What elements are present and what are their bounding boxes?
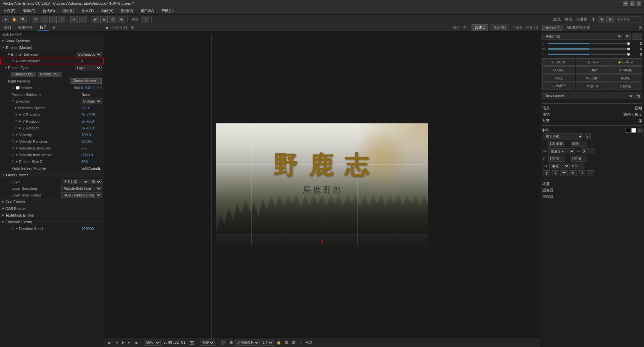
toolbar-small[interactable]: 小屏幕 <box>575 17 589 22</box>
z-rot-collapse[interactable]: ▶ <box>19 126 21 129</box>
dir-spread-collapse[interactable]: ▶ <box>15 106 17 109</box>
toolbar-camera2[interactable]: ⬛ <box>49 16 57 23</box>
faux-italic-btn[interactable]: T <box>552 170 559 176</box>
tracker-label[interactable]: 跟踪器 <box>542 194 642 199</box>
show-systems-header[interactable]: ▶ Show Systems <box>0 38 104 44</box>
menu-layer[interactable]: 图层(L) <box>61 8 75 14</box>
emitter-type-collapse[interactable]: ▶ <box>5 66 7 69</box>
vel-motion-value[interactable]: [1]20.0 <box>82 153 102 157</box>
effects-label[interactable]: 效果和预设 <box>624 112 642 117</box>
y-rot-collapse[interactable]: ▶ <box>19 120 21 123</box>
toolbar-align1[interactable]: ⇉ <box>142 16 149 23</box>
toolbar-zoom[interactable]: 🔍 <box>19 16 27 23</box>
view-lock[interactable]: 🔒 <box>275 340 282 345</box>
search-help-input[interactable] <box>615 16 642 22</box>
motion-slider-1[interactable] <box>548 43 630 44</box>
view-count-select[interactable]: 1个 <box>261 340 274 346</box>
font-size-input[interactable] <box>548 141 565 147</box>
text-mask-emitter-header[interactable]: ▶ Text/Mask Emitter <box>0 212 104 219</box>
vel-rand-stopwatch[interactable]: ⏱ <box>11 140 14 143</box>
excite-button[interactable]: ✦ EXCITE <box>542 58 575 66</box>
motion2-tab[interactable]: Motion 2 <box>542 25 562 31</box>
vel-motion-stopwatch[interactable]: ⏱ <box>11 153 14 157</box>
vel-random-value[interactable]: 20.0% <box>82 139 102 143</box>
slider2-thumb[interactable] <box>627 48 630 50</box>
tab-project[interactable]: 项目 <box>2 24 13 31</box>
all-caps-btn[interactable]: TT <box>560 170 568 176</box>
comp-tab-1[interactable]: 合成 1 <box>472 24 488 31</box>
velocity-collapse[interactable]: ▶ <box>16 133 18 136</box>
particles-modifier-value[interactable]: lightAounds <box>82 166 102 170</box>
menu-animate[interactable]: 动画(A) <box>100 8 115 14</box>
vel-dist-collapse[interactable]: ▶ <box>16 147 18 150</box>
paragraph-label[interactable]: 段落 <box>542 181 642 186</box>
direction-select[interactable]: Uniform <box>81 99 102 104</box>
quality-select[interactable]: 完整 <box>201 340 215 346</box>
preview-play-first[interactable]: ⏮ <box>107 340 113 345</box>
vel-motion-collapse[interactable]: ▶ <box>16 153 18 156</box>
zoom-select[interactable]: 50% 100% <box>145 340 161 346</box>
toolbar-eraser[interactable]: ◻ <box>109 16 116 23</box>
jump-button[interactable]: ↑ JUMP <box>576 66 609 74</box>
toolbar-camera3[interactable]: ⬛ <box>58 16 65 23</box>
velocity-value[interactable]: 100.0 <box>82 133 102 137</box>
menu-compose[interactable]: 合成(C) <box>41 8 56 14</box>
direction-stopwatch[interactable]: ⏱ <box>11 100 14 103</box>
faux-bold-btn[interactable]: T <box>543 170 550 176</box>
vel-rand-collapse[interactable]: ▶ <box>16 140 18 143</box>
burst-button[interactable]: ⚡ BURST <box>609 58 642 66</box>
particles-collapse[interactable]: ▶ <box>16 60 18 63</box>
emitter-master-header[interactable]: ▼ Emitter (Master) <box>0 44 104 51</box>
toolbar-pen[interactable]: ✏ <box>70 16 78 23</box>
z-rot-stopwatch[interactable]: ⏱ <box>15 126 18 130</box>
audio-label[interactable]: 音频 <box>635 106 642 111</box>
superscript-btn[interactable]: T¹ <box>578 170 585 176</box>
x-rot-collapse[interactable]: ▶ <box>19 113 21 116</box>
blend-button[interactable]: BLEND <box>576 58 609 66</box>
name-button[interactable]: ✏ NAME <box>609 66 642 74</box>
toolbar-clone[interactable]: ◈ <box>100 16 108 23</box>
choose-oss-btn1[interactable]: Choose OSS <box>11 72 36 77</box>
close-button[interactable]: ✕ <box>637 1 641 6</box>
script-manager-tab[interactable]: AE脚本管理器 <box>564 24 593 31</box>
swatch-black[interactable] <box>626 128 630 133</box>
task-launch-select[interactable]: Task Launch <box>542 93 634 99</box>
task-delete-btn[interactable]: 🗑 <box>635 93 642 99</box>
particles-sec-value[interactable]: 0 <box>81 59 101 63</box>
emitter-size-z-value[interactable]: 500 <box>82 160 102 164</box>
stare-button[interactable]: STARE <box>609 82 642 90</box>
emitter-type-select[interactable]: Layer Point Box <box>75 65 102 70</box>
x-rotation-value[interactable]: 0x +0.0° <box>82 113 102 117</box>
library-label[interactable]: 库 <box>638 118 642 123</box>
particles-stopwatch[interactable]: ⏱ <box>12 59 15 63</box>
comp-tab-pre[interactable]: 预合成1 <box>490 24 509 31</box>
tab-particles[interactable]: 粒子 <box>38 24 49 31</box>
kerning-select[interactable]: 度量计 ▾ <box>548 148 575 154</box>
safe-zones[interactable]: ⊡ <box>284 340 289 345</box>
swatch-white[interactable] <box>631 128 636 133</box>
random-seed-stopwatch[interactable]: ⏱ <box>11 227 14 230</box>
preview-canvas[interactable]: 野 鹿 志 馬 鹿 野 郎 <box>216 123 428 246</box>
toolbar-standard[interactable]: 标准 <box>564 17 574 22</box>
vert-scale-input[interactable] <box>548 156 565 162</box>
position-stopwatch[interactable]: ⏱ <box>11 86 14 90</box>
random-seed-value[interactable]: 100000 <box>82 227 102 231</box>
vel-dist-value[interactable]: 0.5 <box>82 146 102 150</box>
menu-window[interactable]: 窗口(W) <box>139 8 155 14</box>
y-rot-stopwatch[interactable]: ⏱ <box>15 120 18 123</box>
toolbar-rotate[interactable]: ↻ <box>32 16 39 23</box>
emission-extras-header[interactable]: ▶ Emission Extras <box>0 219 104 225</box>
toolbar-library[interactable]: 库 <box>590 17 596 22</box>
panel-menu-icon[interactable]: ☰ <box>52 25 56 30</box>
small-caps-btn[interactable]: Tr <box>569 170 577 176</box>
text-mask-collapse[interactable]: ▶ <box>2 214 4 217</box>
toolbar-view-toggle[interactable]: ⊟ <box>606 16 614 23</box>
dir-spread-value[interactable]: 20.0° <box>82 106 102 110</box>
info-label[interactable]: 信息 <box>542 106 550 111</box>
motion-version-select[interactable]: Motion v2 <box>542 33 623 40</box>
toolbar-brush[interactable]: 🖌 <box>92 16 99 23</box>
orbit-button[interactable]: ↻ ORBIT <box>576 74 609 82</box>
menu-file[interactable]: 文件(F) <box>2 8 17 14</box>
maximize-button[interactable]: □ <box>630 1 635 6</box>
menu-help[interactable]: 帮助(H) <box>160 8 175 14</box>
